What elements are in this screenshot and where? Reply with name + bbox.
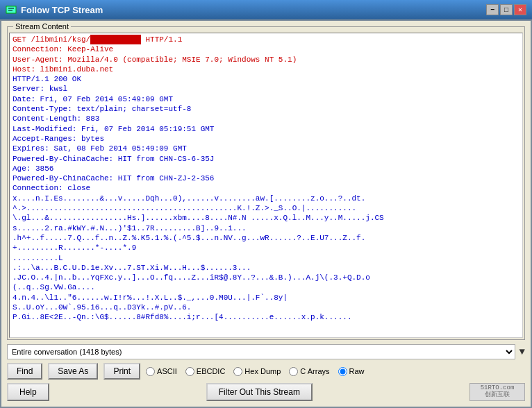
stream-line: HTTP/1.1 200 OK (13, 74, 519, 84)
stream-line: .h^+..f.....7.Q...f..n..Z.%.K5.1.%.(.^5.… (13, 233, 519, 243)
stream-group-title: Stream Content (13, 22, 71, 31)
stream-line: Date: Fri, 07 Feb 2014 05:49:09 GMT (13, 94, 519, 104)
watermark: 51RTO.com 创新互联 (469, 383, 525, 401)
stream-line: Host: libmini.duba.net (13, 65, 519, 74)
radio-ebcdic[interactable]: EBCDIC (185, 367, 226, 376)
radio-ascii-input[interactable] (146, 367, 155, 376)
stream-line: Content-Type: text/plain; charset=utf-8 (13, 104, 519, 114)
radio-ascii-label: ASCII (157, 367, 177, 375)
stream-line: Powered-By-ChinaCache: HIT from CHN-ZJ-2… (13, 173, 519, 183)
encoding-radio-group: ASCII EBCDIC Hex Dump C Arrays Raw (146, 367, 525, 376)
maximize-button[interactable]: □ (500, 4, 513, 15)
stream-line: Connection: close (13, 183, 519, 193)
stream-line: \.gl...&.................Hs.]......xbm..… (13, 213, 519, 223)
stream-line: x....n.I.Es........&...v.....Dqh...0),..… (13, 194, 519, 203)
stream-line: Connection: Keep-Alive (13, 44, 519, 54)
dropdown-arrow: ▼ (519, 346, 525, 357)
conversation-row: Entire conversation (1418 bytes) ▼ (7, 344, 525, 359)
svg-rect-0 (6, 6, 16, 13)
stream-line: Expires: Sat, 08 Feb 2014 05:49:09 GMT (13, 144, 519, 153)
stream-line: .JC.O..4.|n..b...YqFXc.y..]...O..fq....Z… (13, 273, 519, 282)
title-bar: Follow TCP Stream − □ ✕ (0, 0, 532, 19)
stream-line: ..........L (13, 253, 519, 263)
minimize-button[interactable]: − (486, 4, 499, 15)
stream-line: .:..\a...B.C.U.D.1e.Xv...7.ST.Xi.W...H..… (13, 263, 519, 273)
radio-raw-input[interactable] (338, 367, 347, 376)
watermark-line2: 创新互联 (481, 392, 515, 399)
radio-hex-dump[interactable]: Hex Dump (233, 367, 281, 376)
radio-ebcdic-input[interactable] (185, 367, 194, 376)
stream-line: Content-Length: 883 (13, 114, 519, 124)
stream-line: s......2.ra.#kWY.#.N...)'$1..7R.........… (13, 223, 519, 233)
close-button[interactable]: ✕ (514, 4, 526, 15)
radio-ebcdic-label: EBCDIC (197, 367, 226, 375)
main-window: Stream Content GET /libmini/ksg/████████… (0, 19, 532, 408)
stream-line: 4.n.4..\l1.."6......w.I!r%...!.X.L..$._,… (13, 293, 519, 303)
stream-line: +.........R.......*-....*.9 (13, 243, 519, 253)
bottom-action-bar: Find Save As Print ASCII EBCDIC Hex Dump… (7, 363, 525, 380)
stream-group-wrapper: Stream Content GET /libmini/ksg/████████… (7, 26, 525, 340)
watermark-text: 51RTO.com 创新互联 (481, 385, 515, 399)
radio-raw[interactable]: Raw (338, 367, 365, 376)
stream-content-area[interactable]: GET /libmini/ksg/███████████ HTTP/1.1Con… (9, 33, 523, 338)
title-bar-left: Follow TCP Stream (6, 4, 103, 15)
filter-button[interactable]: Filter Out This Stream (206, 383, 313, 401)
stream-line: Last-Modified: Fri, 07 Feb 2014 05:19:51… (13, 124, 519, 134)
stream-line: P.Gi..8E<2E..-Qn.:\G$......8#Rfd8%....i;… (13, 312, 519, 322)
window-icon (6, 4, 17, 15)
save-as-button[interactable]: Save As (48, 363, 98, 380)
radio-c-arrays-input[interactable] (289, 367, 298, 376)
stream-line: ^.>.....................................… (13, 203, 519, 213)
window-title: Follow TCP Stream (21, 5, 103, 15)
stream-line: Accept-Ranges: bytes (13, 134, 519, 144)
radio-hex-dump-label: Hex Dump (244, 367, 281, 375)
conversation-select[interactable]: Entire conversation (1418 bytes) (7, 344, 515, 359)
stream-line: Powered-By-ChinaCache: HIT from CHN-CS-6… (13, 154, 519, 164)
title-buttons: − □ ✕ (486, 4, 526, 15)
footer-bar: Help Filter Out This Stream 51RTO.com 创新… (7, 383, 525, 401)
stream-line: (..q..Sg.VW.Ga.... (13, 282, 519, 292)
stream-group-border: Stream Content GET /libmini/ksg/████████… (7, 26, 525, 340)
help-button[interactable]: Help (7, 383, 49, 401)
stream-line: S..U.oY...0W`.95.i6...q..D3Yk..#.pV..6. (13, 303, 519, 312)
stream-line: GET /libmini/ksg/███████████ HTTP/1.1 (13, 35, 519, 44)
radio-c-arrays-label: C Arrays (300, 367, 329, 375)
print-button[interactable]: Print (103, 363, 140, 380)
stream-line: User-Agent: Mozilla/4.0 (compatible; MSI… (13, 55, 519, 65)
radio-ascii[interactable]: ASCII (146, 367, 177, 376)
find-button[interactable]: Find (7, 363, 42, 380)
radio-hex-dump-input[interactable] (233, 367, 242, 376)
radio-c-arrays[interactable]: C Arrays (289, 367, 329, 376)
stream-line: Age: 3856 (13, 164, 519, 173)
stream-line: Server: kwsl (13, 84, 519, 94)
radio-raw-label: Raw (349, 367, 365, 375)
